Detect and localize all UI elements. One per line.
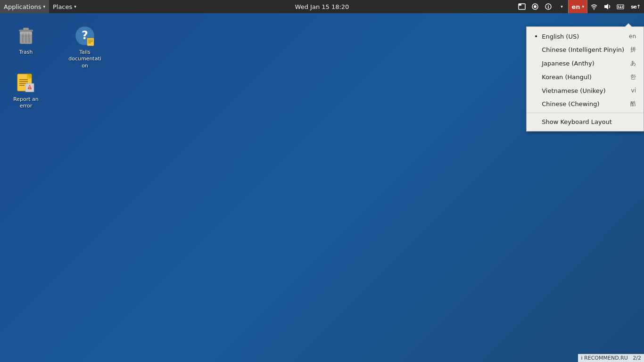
show-keyboard-label: Show Keyboard Layout [542, 118, 612, 125]
taskbar-datetime: Wed Jan 15 18:20 [295, 3, 349, 10]
lang-chinese-chewing-label: Chinese (Chewing) [542, 100, 599, 107]
places-arrow: ▾ [74, 4, 76, 9]
trash-label: Trash [19, 49, 33, 56]
wifi-icon[interactable] [587, 0, 601, 13]
svg-rect-16 [23, 28, 29, 30]
svg-text:!: ! [29, 86, 30, 90]
svg-rect-13 [619, 7, 621, 8]
svg-rect-11 [622, 6, 623, 7]
lang-option-japanese[interactable]: • Japanese (Anthy) あ [527, 57, 644, 70]
lang-option-chinese-chewing-left: • Chinese (Chewing) [534, 100, 600, 108]
svg-rect-12 [618, 7, 619, 8]
report-image: ! [15, 72, 37, 94]
lang-option-chinese-pinyin[interactable]: • Chinese (Intelligent Pinyin) 拼 [527, 43, 644, 57]
lang-chinese-chewing-code: 酷 [630, 100, 636, 108]
info-icon[interactable]: i [542, 0, 555, 13]
svg-rect-14 [622, 7, 623, 8]
dropdown-separator [527, 113, 644, 113]
lang-option-english[interactable]: • English (US) en [527, 30, 644, 43]
selected-check: • [534, 33, 538, 40]
lang-korean-label: Korean (Hangul) [542, 74, 591, 81]
tails-image: ? [74, 25, 96, 47]
applications-menu[interactable]: Applications ▾ [0, 0, 49, 13]
trash-svg [15, 25, 37, 47]
desktop: Trash ? Tailsdocumentation [0, 13, 644, 362]
files-icon[interactable] [515, 0, 528, 13]
lang-chinese-pinyin-code: 拼 [630, 46, 636, 54]
no-check-5: • [534, 100, 538, 108]
svg-text:i: i [548, 5, 549, 9]
info-chevron-icon[interactable]: ▾ [555, 0, 568, 13]
lang-english-code: en [629, 33, 636, 40]
svg-rect-1 [519, 4, 521, 6]
language-button[interactable]: en ▾ [568, 0, 587, 13]
lang-vietnamese-label: Vietnamese (Unikey) [542, 87, 605, 94]
svg-rect-24 [87, 38, 94, 46]
trash-icon[interactable]: Trash [7, 23, 45, 58]
datetime-text: Wed Jan 15 18:20 [295, 3, 349, 10]
privacy-icon[interactable] [528, 0, 542, 13]
lang-japanese-label: Japanese (Anthy) [542, 60, 594, 67]
trash-image [15, 25, 37, 47]
language-code: en [571, 3, 580, 10]
lang-option-korean-left: • Korean (Hangul) [534, 74, 592, 81]
svg-marker-7 [604, 4, 608, 9]
places-menu[interactable]: Places ▾ [49, 0, 80, 13]
volume-icon[interactable] [601, 0, 614, 13]
language-arrow: ▾ [582, 4, 584, 9]
lang-english-label: English (US) [542, 33, 579, 40]
no-check-6: • [534, 118, 538, 125]
lang-option-chinese-pinyin-left: • Chinese (Intelligent Pinyin) [534, 46, 624, 54]
language-dropdown: • English (US) en • Chinese (Intelligent… [526, 26, 644, 132]
lang-korean-code: 한 [630, 73, 636, 81]
svg-rect-21 [20, 32, 32, 34]
lang-option-chinese-chewing[interactable]: • Chinese (Chewing) 酷 [527, 97, 644, 111]
lang-vietnamese-code: vi [631, 87, 636, 94]
svg-rect-10 [620, 6, 621, 7]
watermark-page: 2/2 [633, 355, 641, 361]
tails-svg: ? [74, 25, 96, 47]
lang-option-japanese-left: • Japanese (Anthy) [534, 60, 594, 67]
taskbar-right: i ▾ en ▾ [515, 0, 644, 13]
svg-point-3 [534, 5, 537, 8]
applications-arrow: ▾ [43, 4, 45, 9]
tails-label: Tailsdocumentation [68, 49, 102, 69]
settings-label: se↑ [631, 4, 640, 10]
no-check-1: • [534, 46, 538, 54]
no-check-2: • [534, 60, 538, 67]
taskbar: Applications ▾ Places ▾ Wed Jan 15 18:20 [0, 0, 644, 13]
report-error-label: Report an error [9, 96, 43, 110]
svg-point-6 [594, 9, 594, 10]
taskbar-left: Applications ▾ Places ▾ [0, 0, 80, 13]
show-keyboard-left: • Show Keyboard Layout [534, 118, 612, 125]
watermark: i RECOMMEND.RU 2/2 [578, 354, 644, 362]
show-keyboard-layout[interactable]: • Show Keyboard Layout [527, 115, 644, 128]
no-check-3: • [534, 74, 538, 81]
report-error-icon[interactable]: ! Report an error [7, 70, 45, 112]
no-check-4: • [534, 87, 538, 94]
watermark-text: i RECOMMEND.RU [581, 355, 627, 361]
svg-rect-8 [617, 5, 624, 9]
places-label: Places [53, 3, 72, 10]
svg-rect-9 [618, 6, 619, 7]
lang-chinese-pinyin-label: Chinese (Intelligent Pinyin) [542, 46, 624, 53]
report-svg: ! [15, 72, 37, 94]
lang-option-vietnamese-left: • Vietnamese (Unikey) [534, 87, 606, 94]
lang-option-vietnamese[interactable]: • Vietnamese (Unikey) vi [527, 84, 644, 97]
lang-option-korean[interactable]: • Korean (Hangul) 한 [527, 70, 644, 84]
lang-option-english-left: • English (US) [534, 33, 579, 40]
applications-label: Applications [4, 3, 41, 10]
tails-docs-icon[interactable]: ? Tailsdocumentation [66, 23, 104, 71]
settings-icon[interactable]: se↑ [627, 0, 644, 13]
keyboard-icon[interactable] [614, 0, 627, 13]
lang-japanese-code: あ [630, 59, 636, 67]
